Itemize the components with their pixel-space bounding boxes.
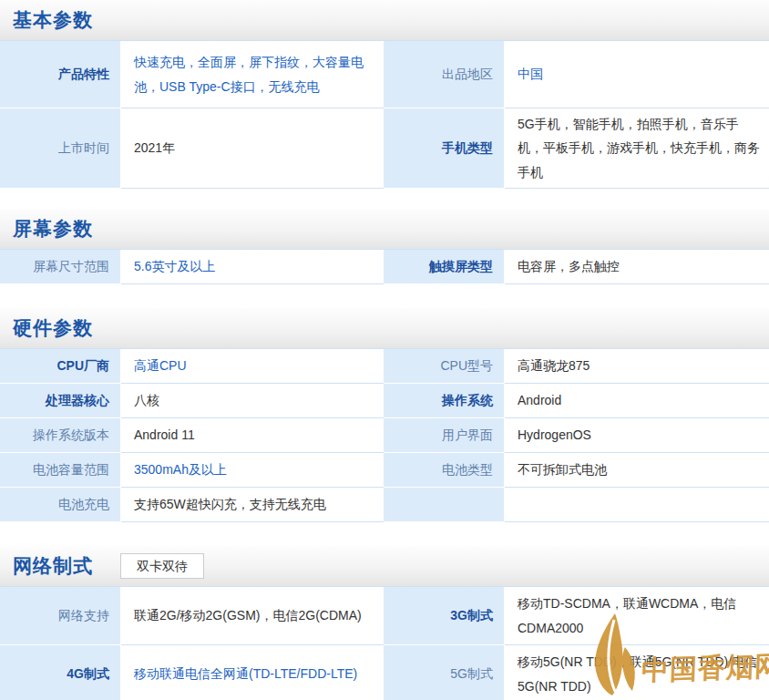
label-product-features: 产品特性 bbox=[0, 41, 121, 108]
value-origin-region-cell: 中国 bbox=[505, 41, 769, 108]
value-touchscreen-type: 电容屏，多点触控 bbox=[505, 250, 769, 284]
basic-params-table: 产品特性 快速充电，全面屏，屏下指纹，大容量电池，USB Type-C接口，无线… bbox=[0, 40, 769, 189]
label-origin-region: 出品地区 bbox=[384, 41, 505, 108]
value-cpu-vendor-link[interactable]: 高通CPU bbox=[134, 354, 187, 378]
value-battery-capacity-range-link[interactable]: 3500mAh及以上 bbox=[134, 458, 227, 482]
screen-params-table: 屏幕尺寸范围 5.6英寸及以上 触摸屏类型 电容屏，多点触控 bbox=[0, 249, 769, 284]
value-4g-standard-link[interactable]: 移动联通电信全网通(TD-LTE/FDD-LTE) bbox=[134, 662, 357, 686]
label-battery-capacity-range: 电池容量范围 bbox=[0, 453, 121, 488]
label-launch-time: 上市时间 bbox=[0, 108, 121, 189]
value-battery-type: 不可拆卸式电池 bbox=[505, 453, 769, 488]
section-gap bbox=[0, 189, 769, 209]
label-os-version: 操作系统版本 bbox=[0, 418, 121, 453]
value-product-features-link[interactable]: 快速充电，全面屏，屏下指纹，大容量电池，USB Type-C接口，无线充电 bbox=[134, 50, 376, 98]
value-product-features-cell: 快速充电，全面屏，屏下指纹，大容量电池，USB Type-C接口，无线充电 bbox=[121, 41, 384, 108]
label-4g-standard: 4G制式 bbox=[0, 645, 121, 700]
label-empty bbox=[384, 488, 505, 522]
value-phone-type: 5G手机，智能手机，拍照手机，音乐手机，平板手机，游戏手机，快充手机，商务手机 bbox=[505, 108, 769, 189]
value-screen-size-range-cell: 5.6英寸及以上 bbox=[121, 250, 384, 284]
section-title-hardware: 硬件参数 bbox=[13, 315, 93, 341]
label-cpu-vendor: CPU厂商 bbox=[0, 349, 121, 384]
label-5g-standard: 5G制式 bbox=[384, 645, 505, 700]
value-ui: HydrogenOS bbox=[505, 418, 769, 453]
value-os-version: Android 11 bbox=[121, 418, 384, 453]
value-cpu-model: 高通骁龙875 bbox=[505, 349, 769, 384]
value-cpu-cores: 八核 bbox=[121, 384, 384, 418]
value-cpu-vendor-cell: 高通CPU bbox=[121, 349, 384, 384]
value-battery-capacity-range-cell: 3500mAh及以上 bbox=[121, 453, 384, 488]
hardware-params-table: CPU厂商 高通CPU CPU型号 高通骁龙875 处理器核心 八核 操作系统 … bbox=[0, 348, 769, 522]
section-title-basic: 基本参数 bbox=[13, 7, 93, 33]
section-gap bbox=[0, 284, 769, 308]
section-title-screen: 屏幕参数 bbox=[13, 216, 93, 242]
network-params-table: 网络支持 联通2G/移动2G(GSM)，电信2G(CDMA) 3G制式 移动TD… bbox=[0, 586, 769, 700]
label-cpu-cores: 处理器核心 bbox=[0, 384, 121, 418]
label-ui: 用户界面 bbox=[384, 418, 505, 453]
value-4g-standard-cell: 移动联通电信全网通(TD-LTE/FDD-LTE) bbox=[121, 645, 384, 700]
label-phone-type: 手机类型 bbox=[384, 108, 505, 189]
label-network-support: 网络支持 bbox=[0, 587, 121, 645]
value-screen-size-range-link[interactable]: 5.6英寸及以上 bbox=[134, 254, 215, 279]
value-3g-standard: 移动TD-SCDMA，联通WCDMA，电信CDMA2000 bbox=[505, 587, 769, 645]
section-header-screen: 屏幕参数 bbox=[0, 209, 769, 249]
section-title-network: 网络制式 bbox=[13, 553, 93, 579]
value-network-support: 联通2G/移动2G(GSM)，电信2G(CDMA) bbox=[121, 587, 384, 645]
value-launch-time: 2021年 bbox=[121, 108, 384, 189]
section-header-network: 网络制式 双卡双待 bbox=[0, 546, 769, 586]
label-3g-standard: 3G制式 bbox=[384, 587, 505, 645]
label-battery-type: 电池类型 bbox=[384, 453, 505, 488]
dual-sim-button[interactable]: 双卡双待 bbox=[120, 553, 204, 580]
label-os: 操作系统 bbox=[384, 384, 505, 418]
label-battery-charging: 电池充电 bbox=[0, 488, 121, 522]
value-origin-region-link[interactable]: 中国 bbox=[518, 62, 543, 87]
section-header-hardware: 硬件参数 bbox=[0, 308, 769, 348]
label-cpu-model: CPU型号 bbox=[384, 349, 505, 384]
value-empty bbox=[505, 488, 769, 522]
section-header-basic: 基本参数 bbox=[0, 0, 769, 40]
section-gap bbox=[0, 522, 769, 546]
value-battery-charging: 支持65W超快闪充，支持无线充电 bbox=[121, 488, 384, 522]
label-touchscreen-type: 触摸屏类型 bbox=[384, 250, 505, 284]
value-os: Android bbox=[505, 384, 769, 418]
label-screen-size-range: 屏幕尺寸范围 bbox=[0, 250, 121, 284]
value-5g-standard: 移动5G(NR TDD)，联通5G(NR TDD)/电信 5G(NR TDD) bbox=[505, 645, 769, 700]
